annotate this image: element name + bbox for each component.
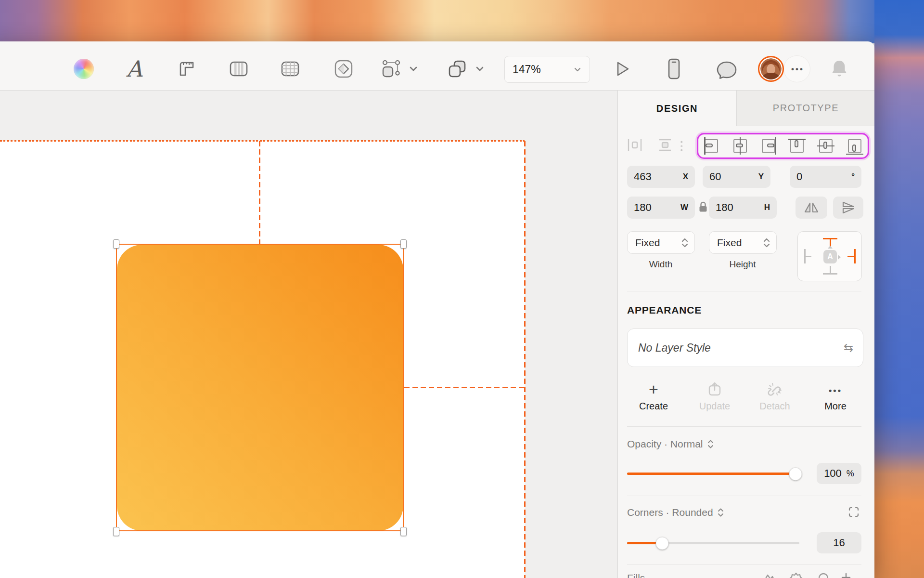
corners-value: 16 <box>833 537 845 549</box>
distribute-vertically-button[interactable] <box>657 137 673 155</box>
more-styles-button[interactable]: ••• More <box>807 381 864 412</box>
color-picker-button[interactable] <box>74 59 94 79</box>
guide-artboard-top-edge <box>0 140 525 142</box>
corners-label: Corners · Rounded <box>627 507 713 518</box>
create-label: Create <box>625 401 682 412</box>
chevron-down-icon <box>573 65 582 74</box>
flip-vertical-button[interactable] <box>833 197 863 219</box>
width-sizing-dropdown[interactable]: Fixed <box>627 231 695 254</box>
tab-design[interactable]: DESIGN <box>618 91 736 126</box>
separator-dots <box>680 141 682 151</box>
notifications-button[interactable] <box>829 58 849 79</box>
comments-button[interactable] <box>716 58 738 79</box>
avatar-photo <box>760 58 782 79</box>
account-avatar[interactable] <box>758 56 784 82</box>
layout-columns-button[interactable] <box>229 59 249 79</box>
resize-handle-bottom-left[interactable] <box>113 527 119 536</box>
app-window: A <box>0 41 874 578</box>
zoom-level-dropdown[interactable]: 147% <box>504 56 590 83</box>
ruler-button[interactable] <box>177 59 197 79</box>
distribute-horizontally-button[interactable] <box>627 137 643 155</box>
workspace-menu-button[interactable]: ••• <box>783 55 810 82</box>
fills-label: Fills <box>627 572 645 578</box>
mirror-device-button[interactable] <box>664 58 683 80</box>
align-middle-vertically-button[interactable] <box>817 137 834 155</box>
opacity-label: Opacity · Normal <box>627 438 703 450</box>
align-center-horizontally-button[interactable] <box>732 137 749 155</box>
chevron-down-icon <box>475 64 485 74</box>
pin-bottom-stem <box>830 266 831 274</box>
updown-chevrons-icon <box>763 237 770 249</box>
grid-button[interactable] <box>280 59 300 79</box>
swap-style-icon[interactable]: ⇆ <box>844 341 853 355</box>
y-value: 60 <box>709 171 721 183</box>
text-tool-icon: A <box>126 58 142 80</box>
opacity-slider-thumb[interactable] <box>789 467 802 480</box>
wallpaper-right <box>874 0 924 578</box>
color-fill-icon[interactable] <box>817 571 830 578</box>
lock-aspect-button[interactable] <box>698 200 708 216</box>
height-unit-label: H <box>764 203 770 212</box>
pattern-fill-icon[interactable] <box>789 571 803 578</box>
pinning-widget[interactable]: A <box>797 231 862 281</box>
resize-handle-top-left[interactable] <box>113 239 119 249</box>
per-corner-expand-button[interactable] <box>847 506 860 520</box>
corners-value-field[interactable]: 16 <box>817 532 861 553</box>
height-sizing-dropdown[interactable]: Fixed <box>709 231 777 254</box>
align-bottom-button[interactable] <box>846 137 863 155</box>
boolean-ops-button[interactable] <box>447 58 485 79</box>
updown-chevrons-icon <box>717 507 724 518</box>
columns-icon <box>229 59 249 79</box>
layer-style-selector[interactable]: No Layer Style ⇆ <box>627 328 863 367</box>
corners-slider[interactable] <box>627 542 799 544</box>
resize-handle-bottom-right[interactable] <box>400 527 407 536</box>
update-style-button[interactable]: Update <box>686 381 744 412</box>
detach-style-button[interactable]: Detach <box>746 381 804 412</box>
symbol-icon <box>333 58 354 79</box>
tab-prototype-label: PROTOTYPE <box>773 103 839 114</box>
annotation-highlight-ring <box>697 133 869 159</box>
phone-icon <box>664 58 683 80</box>
detach-unlink-icon <box>767 381 783 397</box>
add-fill-icon[interactable] <box>840 571 852 578</box>
align-left-button[interactable] <box>703 137 720 155</box>
edit-vector-button[interactable] <box>380 58 419 79</box>
opacity-value-field[interactable]: 100 % <box>817 463 861 484</box>
canvas[interactable] <box>0 91 617 578</box>
preview-play-button[interactable] <box>613 59 632 79</box>
desktop: A <box>0 0 924 578</box>
x-position-field[interactable]: 463 X <box>627 166 695 188</box>
align-right-button[interactable] <box>760 137 777 155</box>
grid-icon <box>280 59 300 79</box>
opacity-value: 100 <box>824 467 842 480</box>
flip-horizontal-button[interactable] <box>796 197 827 219</box>
resize-handle-top-right[interactable] <box>400 239 407 249</box>
opacity-section-header[interactable]: Opacity · Normal <box>627 438 714 450</box>
selected-rectangle[interactable] <box>117 245 403 531</box>
width-field[interactable]: 180 W <box>627 197 695 219</box>
create-style-button[interactable]: + Create <box>625 381 682 412</box>
rotation-field[interactable]: 0 ° <box>790 166 861 188</box>
align-top-button[interactable] <box>788 137 806 155</box>
image-fill-icon[interactable] <box>762 571 777 578</box>
rotation-value: 0 <box>796 171 802 183</box>
zoom-level-value: 147% <box>513 63 541 76</box>
avatar-ring <box>758 56 784 82</box>
text-tool-button[interactable]: A <box>126 58 142 80</box>
height-field[interactable]: 180 H <box>709 197 777 219</box>
plus-icon: + <box>649 382 658 397</box>
tab-prototype[interactable]: PROTOTYPE <box>736 91 874 126</box>
pin-bottom-cap <box>823 273 837 275</box>
corners-slider-thumb[interactable] <box>656 537 669 550</box>
update-label: Update <box>686 401 744 412</box>
y-position-field[interactable]: 60 Y <box>703 166 770 188</box>
detach-label: Detach <box>746 401 804 412</box>
tab-design-label: DESIGN <box>656 103 698 114</box>
alignment-toolbar <box>618 126 874 162</box>
corners-section-header[interactable]: Corners · Rounded <box>627 507 724 518</box>
union-icon <box>447 58 468 79</box>
wallpaper-top <box>0 0 924 43</box>
vector-edit-icon <box>380 58 401 79</box>
symbols-button[interactable] <box>333 58 354 79</box>
opacity-slider[interactable] <box>627 473 799 475</box>
